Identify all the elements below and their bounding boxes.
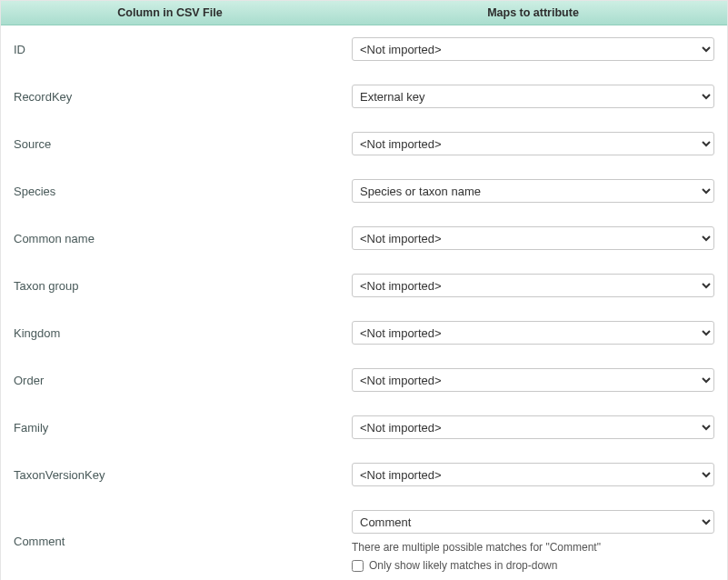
attribute-select[interactable]: Species or taxon name: [352, 179, 714, 203]
csv-column-label: ID: [1, 25, 339, 74]
table-row: Source<Not imported>: [1, 120, 727, 167]
attribute-select[interactable]: <Not imported>: [352, 415, 714, 439]
attribute-cell: <Not imported>: [339, 309, 727, 356]
attribute-cell: <Not imported>: [339, 404, 727, 451]
attribute-select[interactable]: <Not imported>: [352, 321, 714, 345]
attribute-cell: <Not imported>: [339, 25, 727, 74]
attribute-select[interactable]: Comment: [352, 510, 714, 534]
only-likely-matches-row[interactable]: Only show likely matches in drop-down: [352, 559, 714, 572]
csv-column-label: Species: [1, 167, 339, 215]
attribute-select[interactable]: <Not imported>: [352, 226, 714, 250]
table-row: Common name<Not imported>: [1, 215, 727, 262]
csv-column-label: TaxonVersionKey: [1, 451, 339, 498]
header-column-csv: Column in CSV File: [1, 1, 339, 25]
attribute-cell: <Not imported>: [339, 120, 727, 167]
only-likely-matches-checkbox[interactable]: [352, 560, 364, 572]
attribute-cell: External key: [339, 73, 727, 120]
header-maps-to: Maps to attribute: [339, 1, 727, 25]
csv-column-label: Taxon group: [1, 262, 339, 309]
attribute-select[interactable]: <Not imported>: [352, 274, 714, 297]
table-row: RecordKeyExternal key: [1, 73, 727, 120]
attribute-select[interactable]: <Not imported>: [352, 37, 714, 61]
mapping-table: Column in CSV File Maps to attribute ID<…: [1, 1, 727, 580]
attribute-select[interactable]: <Not imported>: [352, 132, 714, 155]
only-likely-matches-label: Only show likely matches in drop-down: [369, 559, 557, 572]
csv-column-label: RecordKey: [1, 73, 339, 120]
mapping-panel: Column in CSV File Maps to attribute ID<…: [0, 0, 728, 580]
csv-column-label: Family: [1, 404, 339, 451]
table-row: ID<Not imported>: [1, 25, 727, 74]
csv-column-label: Common name: [1, 215, 339, 262]
attribute-cell: <Not imported>: [339, 262, 727, 309]
table-row: Kingdom<Not imported>: [1, 309, 727, 356]
attribute-select[interactable]: <Not imported>: [352, 463, 714, 486]
attribute-cell: <Not imported>: [339, 215, 727, 262]
csv-column-label: Comment: [1, 498, 339, 580]
attribute-cell: CommentThere are multiple possible match…: [339, 498, 727, 580]
attribute-cell: Species or taxon name: [339, 167, 727, 215]
multiple-matches-note: There are multiple possible matches for …: [352, 541, 714, 554]
csv-column-label: Kingdom: [1, 309, 339, 356]
table-row: Order<Not imported>: [1, 356, 727, 404]
csv-column-label: Order: [1, 356, 339, 404]
table-row: TaxonVersionKey<Not imported>: [1, 451, 727, 498]
attribute-select[interactable]: <Not imported>: [352, 368, 714, 392]
table-row: CommentCommentThere are multiple possibl…: [1, 498, 727, 580]
attribute-cell: <Not imported>: [339, 451, 727, 498]
csv-column-label: Source: [1, 120, 339, 167]
attribute-cell: <Not imported>: [339, 356, 727, 404]
table-row: Family<Not imported>: [1, 404, 727, 451]
table-row: SpeciesSpecies or taxon name: [1, 167, 727, 215]
table-row: Taxon group<Not imported>: [1, 262, 727, 309]
attribute-select[interactable]: External key: [352, 85, 714, 108]
